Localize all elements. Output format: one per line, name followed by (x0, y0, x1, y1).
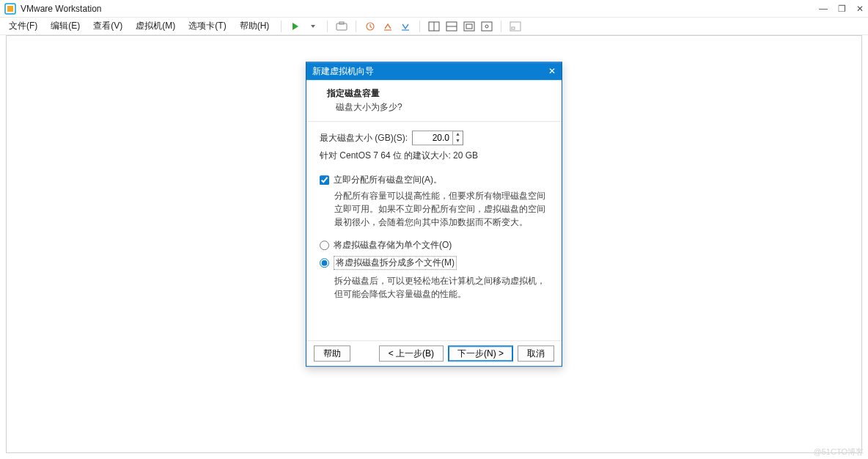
svg-rect-1 (7, 6, 13, 12)
app-logo-icon (4, 3, 16, 15)
snapshot-icon[interactable] (334, 19, 350, 34)
play-button[interactable] (287, 19, 304, 34)
fullscreen-icon[interactable] (461, 19, 477, 34)
svg-rect-13 (482, 22, 492, 31)
close-button[interactable]: ✕ (856, 4, 864, 14)
menubar: 文件(F) 编辑(E) 查看(V) 虚拟机(M) 选项卡(T) 帮助(H) (0, 18, 868, 35)
tool-icon-2[interactable] (380, 19, 396, 34)
thumbnail-icon[interactable] (507, 19, 523, 34)
separator (419, 21, 420, 32)
unity-icon[interactable] (479, 19, 495, 34)
play-dropdown[interactable] (305, 19, 321, 34)
window-controls: — ❐ ✕ (819, 4, 864, 14)
separator (327, 21, 328, 32)
maximize-button[interactable]: ❐ (838, 4, 846, 14)
svg-rect-12 (466, 24, 472, 29)
menu-view[interactable]: 查看(V) (87, 18, 128, 34)
svg-point-14 (485, 25, 488, 28)
svg-rect-16 (512, 27, 515, 29)
tool-icon-3[interactable] (397, 19, 413, 34)
minimize-button[interactable]: — (819, 4, 828, 14)
layout-icon-2[interactable] (444, 19, 460, 34)
menu-tabs[interactable]: 选项卡(T) (183, 18, 232, 34)
menu-help[interactable]: 帮助(H) (234, 18, 276, 34)
menu-vm[interactable]: 虚拟机(M) (130, 18, 181, 34)
separator (501, 21, 501, 32)
titlebar: VMware Workstation — ❐ ✕ (0, 0, 868, 18)
tool-icon-1[interactable] (362, 19, 378, 34)
menu-edit[interactable]: 编辑(E) (45, 18, 86, 34)
separator (281, 21, 282, 32)
menu-file[interactable]: 文件(F) (3, 18, 43, 34)
layout-icon-1[interactable] (426, 19, 442, 34)
separator (356, 21, 356, 32)
svg-rect-11 (464, 22, 474, 31)
window-title: VMware Workstation (21, 4, 819, 14)
